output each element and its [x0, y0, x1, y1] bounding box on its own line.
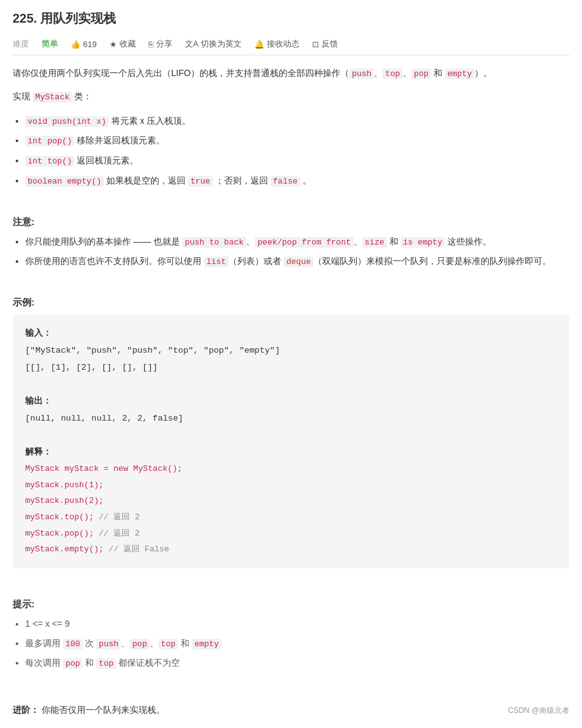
method-top: int top() 返回栈顶元素。: [25, 152, 569, 170]
translate-button[interactable]: 文A 切换为英文: [185, 38, 242, 50]
code-mystack: MyStack: [33, 92, 72, 102]
toolbar: 难度 简单 👍 619 ★ 收藏 ⎘ 分享 文A 切换为英文 🔔 接收动态 ⊡ …: [13, 33, 569, 55]
method-push: void push(int x) 将元素 x 压入栈顶。: [25, 113, 569, 130]
collect-button[interactable]: ★ 收藏: [109, 38, 136, 50]
notes-heading: 注意:: [13, 216, 569, 228]
collect-label: 收藏: [120, 38, 136, 50]
code-push-to-back: push to back: [182, 237, 247, 248]
feedback-button[interactable]: ⊡ 反馈: [312, 38, 338, 50]
code-push-tip: push: [96, 639, 121, 649]
page-container: 225. 用队列实现栈 难度 简单 👍 619 ★ 收藏 ⎘ 分享 文A 切换为…: [0, 0, 582, 728]
star-icon: ★: [109, 40, 117, 49]
input-label: 输入：: [25, 325, 557, 341]
share-label: 分享: [156, 38, 172, 50]
code-peek-pop: peek/pop from front: [255, 237, 353, 248]
methods-list: void push(int x) 将元素 x 压入栈顶。 int pop() 移…: [25, 113, 569, 190]
advance-text: 进阶： 你能否仅用一个队列来实现栈。: [13, 705, 165, 716]
code-push: push: [349, 69, 374, 79]
example-box: 输入： ["MyStack", "push", "push", "top", "…: [13, 315, 569, 568]
code-empty-tip: empty: [192, 639, 221, 649]
thumbs-up-icon: 👍: [70, 40, 81, 49]
tip-item-2: 最多调用 100 次 push、pop、top 和 empty: [25, 635, 569, 653]
code-true: true: [188, 176, 213, 187]
code-void-push: void push(int x): [25, 116, 109, 127]
code-top-tip2: top: [96, 658, 116, 669]
notes-list: 你只能使用队列的基本操作 —— 也就是 push to back、peek/po…: [25, 233, 569, 270]
explain-line-4: myStack.pop(); // 返回 2: [25, 526, 557, 542]
code-100: 100: [63, 639, 82, 649]
output-label: 输出：: [25, 393, 557, 409]
example-heading: 示例:: [13, 297, 569, 309]
code-pop-tip: pop: [130, 639, 149, 649]
method-pop: int pop() 移除并返回栈顶元素。: [25, 132, 569, 150]
code-is-empty: is empty: [401, 237, 445, 248]
code-deque: deque: [284, 256, 313, 267]
tip-item-1: 1 <= x <= 9: [25, 615, 569, 632]
code-size: size: [362, 237, 387, 248]
class-label: 实现 MyStack 类：: [13, 89, 569, 104]
code-int-pop: int pop(): [25, 136, 74, 146]
notify-button[interactable]: 🔔 接收动态: [254, 38, 299, 50]
code-false: false: [271, 176, 300, 187]
code-pop-desc: pop: [411, 69, 431, 79]
feedback-label: 反馈: [322, 38, 338, 50]
advance-content: 你能否仅用一个队列来实现栈。: [42, 705, 165, 715]
like-button[interactable]: 👍 619: [70, 40, 97, 49]
explain-line-1: myStack.push(1);: [25, 478, 557, 494]
explain-line-3: myStack.top(); // 返回 2: [25, 510, 557, 526]
bell-icon: 🔔: [254, 40, 264, 49]
difficulty-easy: 简单: [42, 38, 58, 50]
title-row: 225. 用队列实现栈: [13, 10, 569, 27]
tip-item-3: 每次调用 pop 和 top 都保证栈不为空: [25, 654, 569, 672]
description-intro: 请你仅使用两个队列实现一个后入先出（LIFO）的栈，并支持普通栈的全部四种操作（…: [13, 65, 569, 81]
code-boolean-empty: boolean empty(): [25, 176, 104, 187]
problem-title: 225. 用队列实现栈: [13, 10, 116, 27]
method-empty: boolean empty() 如果栈是空的，返回 true ；否则，返回 fa…: [25, 172, 569, 190]
output-value: [null, null, null, 2, 2, false]: [25, 411, 557, 427]
difficulty-label: 难度: [13, 38, 29, 50]
share-button[interactable]: ⎘ 分享: [148, 38, 172, 50]
code-pop-tip2: pop: [63, 658, 82, 669]
note-item-1: 你只能使用队列的基本操作 —— 也就是 push to back、peek/po…: [25, 233, 569, 251]
note-item-2: 你所使用的语言也许不支持队列。你可以使用 list（列表）或者 deque（双端…: [25, 253, 569, 270]
tips-heading: 提示:: [13, 598, 569, 610]
translate-label: 切换为英文: [201, 38, 242, 50]
notify-label: 接收动态: [267, 38, 299, 50]
tips-list: 1 <= x <= 9 最多调用 100 次 push、pop、top 和 em…: [25, 615, 569, 672]
csdn-credit: CSDN @南猿北者: [508, 705, 569, 716]
like-count: 619: [83, 40, 97, 49]
feedback-icon: ⊡: [312, 40, 319, 49]
input-line1: ["MyStack", "push", "push", "top", "pop"…: [25, 343, 557, 359]
code-list: list: [204, 256, 228, 267]
code-top-desc: top: [383, 69, 402, 79]
code-top-tip: top: [159, 639, 178, 649]
explain-line-0: MyStack myStack = new MyStack();: [25, 461, 557, 477]
explain-label: 解释：: [25, 444, 557, 460]
share-icon: ⎘: [148, 40, 154, 49]
code-int-top: int top(): [25, 156, 74, 167]
advance-row: 进阶： 你能否仅用一个队列来实现栈。 CSDN @南猿北者: [13, 700, 569, 716]
input-line2: [[], [1], [2], [], [], []]: [25, 360, 557, 376]
advance-heading: 进阶：: [13, 705, 39, 715]
explain-line-2: myStack.push(2);: [25, 494, 557, 509]
code-empty-desc: empty: [445, 69, 474, 79]
explain-line-5: myStack.empty(); // 返回 False: [25, 542, 557, 558]
translate-icon: 文A: [185, 38, 199, 50]
